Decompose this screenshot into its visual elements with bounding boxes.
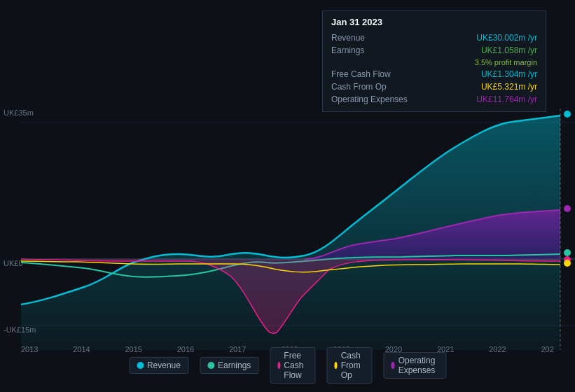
opex-row: Operating Expenses UK£11.764m /yr bbox=[331, 93, 537, 106]
cash-from-op-value: UK£5.321m /yr bbox=[481, 82, 537, 92]
legend-fcf-label: Free Cash Flow bbox=[284, 351, 307, 380]
revenue-row: Revenue UK£30.002m /yr bbox=[331, 31, 537, 44]
chart-container: Jan 31 2023 Revenue UK£30.002m /yr Earni… bbox=[0, 0, 575, 392]
fcf-label: Free Cash Flow bbox=[331, 69, 422, 79]
x-label-2014: 2014 bbox=[73, 345, 90, 354]
opex-dot bbox=[391, 362, 394, 369]
cash-from-op-dot bbox=[334, 362, 337, 369]
legend-earnings-label: Earnings bbox=[218, 360, 251, 370]
legend-revenue[interactable]: Revenue bbox=[129, 357, 188, 374]
legend-opex-label: Operating Expenses bbox=[399, 356, 438, 375]
main-chart bbox=[0, 108, 575, 350]
profit-margin-row: 3.5% profit margin bbox=[331, 57, 537, 68]
svg-point-7 bbox=[564, 260, 571, 267]
fcf-value: UK£1.304m /yr bbox=[481, 69, 537, 79]
legend-cash-from-op[interactable]: Cash From Op bbox=[326, 347, 372, 384]
legend-opex[interactable]: Operating Expenses bbox=[383, 352, 446, 379]
earnings-label: Earnings bbox=[331, 46, 422, 55]
x-label-2013: 2013 bbox=[21, 345, 38, 354]
revenue-dot bbox=[137, 362, 144, 369]
earnings-dot bbox=[207, 362, 214, 369]
legend-revenue-label: Revenue bbox=[147, 360, 181, 370]
info-card-title: Jan 31 2023 bbox=[331, 17, 537, 27]
svg-point-3 bbox=[564, 111, 571, 118]
legend: Revenue Earnings Free Cash Flow Cash Fro… bbox=[129, 347, 446, 384]
opex-value: UK£11.764m /yr bbox=[476, 94, 537, 104]
info-card: Jan 31 2023 Revenue UK£30.002m /yr Earni… bbox=[322, 10, 546, 112]
earnings-row: Earnings UK£1.058m /yr bbox=[331, 44, 537, 57]
cash-from-op-row: Cash From Op UK£5.321m /yr bbox=[331, 80, 537, 93]
x-label-2023: 202 bbox=[541, 345, 554, 354]
x-label-2022: 2022 bbox=[489, 345, 506, 354]
revenue-label: Revenue bbox=[331, 33, 422, 43]
opex-label: Operating Expenses bbox=[331, 94, 422, 104]
profit-margin-value: 3.5% profit margin bbox=[475, 58, 537, 66]
svg-point-5 bbox=[564, 249, 571, 256]
cash-from-op-label: Cash From Op bbox=[331, 82, 422, 92]
revenue-value: UK£30.002m /yr bbox=[476, 33, 537, 43]
legend-cash-from-op-label: Cash From Op bbox=[341, 351, 365, 380]
fcf-row: Free Cash Flow UK£1.304m /yr bbox=[331, 68, 537, 80]
earnings-value: UK£1.058m /yr bbox=[481, 46, 537, 55]
legend-earnings[interactable]: Earnings bbox=[200, 357, 258, 374]
svg-point-4 bbox=[564, 205, 571, 212]
fcf-dot bbox=[277, 362, 280, 369]
legend-fcf[interactable]: Free Cash Flow bbox=[270, 347, 315, 384]
